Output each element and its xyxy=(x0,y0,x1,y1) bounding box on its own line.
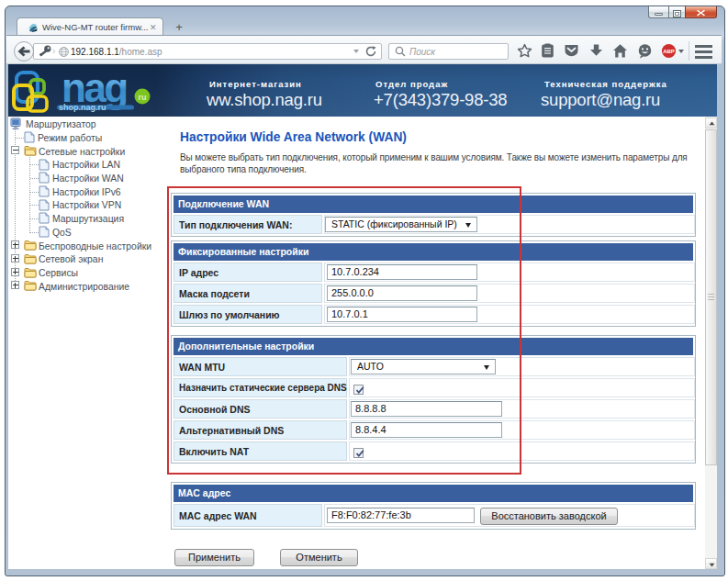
svg-text:ru: ru xyxy=(139,93,147,102)
svg-text:ABP: ABP xyxy=(663,49,675,54)
svg-text:shop.nag.ru: shop.nag.ru xyxy=(59,103,106,112)
